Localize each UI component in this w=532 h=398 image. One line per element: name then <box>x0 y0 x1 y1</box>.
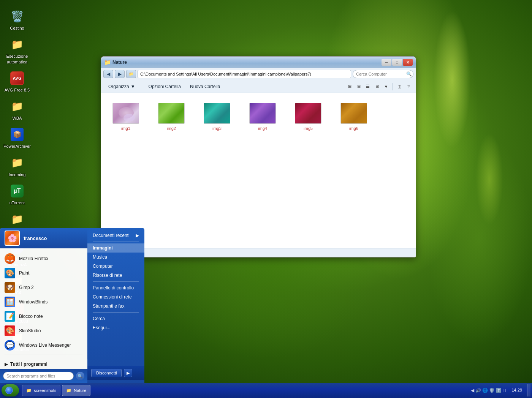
arrow-icon: ▶ <box>5 362 8 367</box>
file-name-img3: img3 <box>212 126 222 131</box>
tray-arrow-icon[interactable]: ◀ <box>471 388 474 393</box>
right-item-images[interactable]: Immagini <box>87 243 144 253</box>
file-item-img4[interactable]: img4 <box>245 101 280 133</box>
start-menu-firefox[interactable]: 🦊 Mozilla Firefox <box>0 251 87 266</box>
view-btn-3[interactable]: ☰ <box>364 82 372 91</box>
desktop-icon-wba[interactable]: 📁 WBA <box>0 96 34 124</box>
start-menu-bottom: Disconnetti ▶ <box>87 366 144 380</box>
file-item-img3[interactable]: img3 <box>200 101 234 133</box>
help-button[interactable]: ? <box>404 82 413 91</box>
search-wrapper: 🔍 <box>353 70 413 78</box>
tray-volume-icon[interactable]: 🔊 <box>475 388 481 393</box>
gimp-icon: 🐶 <box>5 282 15 293</box>
view-btn-4[interactable]: ⊞ <box>373 82 381 91</box>
right-item-search[interactable]: Cerca <box>87 314 144 323</box>
start-menu-windowblinds[interactable]: 🪟 WindowBlinds <box>0 295 87 309</box>
file-item-img1[interactable]: img1 <box>109 101 143 133</box>
start-button[interactable] <box>2 384 19 396</box>
new-folder-button[interactable]: Nuova Cartella <box>186 82 224 92</box>
disconnect-button[interactable]: Disconnetti <box>91 369 122 377</box>
nature-icon: 📁 <box>66 388 71 393</box>
right-sep-3 <box>93 312 139 313</box>
screenshots-icon: 📁 <box>26 388 32 393</box>
network-label: Risorse di rete <box>93 273 122 278</box>
right-item-network-conn[interactable]: Connessioni di rete <box>87 292 144 302</box>
apps-separator <box>5 354 82 354</box>
view-btn-dropdown[interactable]: ▼ <box>382 82 390 91</box>
right-item-music[interactable]: Musica <box>87 253 144 262</box>
search-icon[interactable]: 🔍 <box>406 71 412 77</box>
tray-icons: ◀ 🔊 🌐 🛡️ ⬆️ IT <box>471 388 508 393</box>
control-panel-label: Pannello di controllo <box>93 285 134 291</box>
start-search-input[interactable] <box>3 372 74 380</box>
start-search-button[interactable]: 🔍 <box>76 372 84 380</box>
nature-label: Nature <box>74 388 86 393</box>
right-item-documents[interactable]: Documenti recenti ▶ <box>87 231 144 240</box>
right-item-run[interactable]: Esegui... <box>87 323 144 332</box>
user-avatar: 🌸 <box>5 231 20 246</box>
forward-button[interactable]: ▶ <box>115 70 125 78</box>
utorrent-icon: µT <box>10 183 25 199</box>
view-btn-1[interactable]: ⊞ <box>345 82 354 91</box>
explorer-window: 📁 Nature ─ □ ✕ ◀ ▶ 📁 C:\Documents and Se… <box>101 56 416 257</box>
images-label: Immagini <box>93 245 113 251</box>
search-input[interactable] <box>353 70 413 78</box>
desktop-icon-utorrent[interactable]: µT uTorrent <box>0 180 34 208</box>
taskbar-item-screenshots[interactable]: 📁 screenshots <box>22 385 60 396</box>
system-clock[interactable]: 14.29 <box>509 387 524 394</box>
tray-network-icon[interactable]: 🌐 <box>482 388 488 393</box>
minimize-button[interactable]: ─ <box>382 59 391 66</box>
wba-label: WBA <box>12 115 22 121</box>
organize-arrow: ▼ <box>131 84 135 89</box>
cestino-icon: 🗑️ <box>10 9 25 24</box>
start-menu-skinstudio[interactable]: 🎨 SkinStudio <box>0 324 87 338</box>
close-button[interactable]: ✕ <box>403 59 413 66</box>
desktop-icon-powerarchiver[interactable]: 📦 PowerArchiver <box>0 124 34 152</box>
start-menu-right-panel: Documenti recenti ▶ Immagini Musica Comp… <box>87 228 144 383</box>
screenshots-label: screenshots <box>34 388 56 393</box>
start-menu-notepad[interactable]: 📝 Blocco note <box>0 309 87 324</box>
file-item-img2[interactable]: img2 <box>154 101 188 133</box>
disconnect-label: Disconnetti <box>96 371 117 375</box>
file-item-img6[interactable]: img6 <box>337 101 371 133</box>
right-item-network[interactable]: Risorse di rete <box>87 271 144 280</box>
folder-options-button[interactable]: Opzioni Cartella <box>144 82 185 92</box>
address-path[interactable]: C:\Documents and Settings\All Users\Docu… <box>138 70 351 78</box>
taskbar-item-nature[interactable]: 📁 Nature <box>62 385 90 396</box>
system-tray: ◀ 🔊 🌐 🛡️ ⬆️ IT 14.29 <box>468 387 527 394</box>
desktop-icon-avg[interactable]: AVG AVG Free 8.5 <box>0 68 34 96</box>
messenger-label: Windows Live Messenger <box>19 343 71 348</box>
start-menu-messenger[interactable]: 💬 Windows Live Messenger <box>0 338 87 352</box>
file-item-img5[interactable]: img5 <box>291 101 325 133</box>
back-button[interactable]: ◀ <box>103 70 113 78</box>
maximize-button[interactable]: □ <box>392 59 402 66</box>
organize-button[interactable]: Organizza ▼ <box>104 82 139 92</box>
right-item-control-panel[interactable]: Pannello di controllo <box>87 283 144 292</box>
esecuzione-icon: 📁 <box>10 37 25 52</box>
wba-icon: 📁 <box>10 99 25 114</box>
cestino-label: Cestino <box>10 25 24 31</box>
user-name: francesco <box>24 235 47 241</box>
title-bar: 📁 Nature ─ □ ✕ <box>101 57 416 68</box>
right-item-printers[interactable]: Stampanti e fax <box>87 302 144 311</box>
folder-options-label: Opzioni Cartella <box>149 84 181 89</box>
all-programs-button[interactable]: ▶ Tutti i programmi <box>0 359 87 369</box>
desktop-icon-cestino[interactable]: 🗑️ Cestino <box>0 6 34 34</box>
documents-arrow: ▶ <box>136 233 139 238</box>
view-btn-2[interactable]: ⊟ <box>355 82 363 91</box>
tray-update-icon[interactable]: ⬆️ <box>496 388 502 393</box>
start-menu-gimp[interactable]: 🐶 Gimp 2 <box>0 280 87 295</box>
right-item-computer[interactable]: Computer <box>87 262 144 271</box>
incoming-label: Incoming <box>9 172 26 177</box>
desktop-icon-incoming[interactable]: 📁 Incoming <box>0 152 34 180</box>
preview-button[interactable]: ◫ <box>395 82 404 91</box>
show-desktop-button[interactable] <box>527 384 530 396</box>
up-button[interactable]: 📁 <box>126 70 136 78</box>
desktop-icon-esecuzione[interactable]: 📁 Esecuzioneautomatica <box>0 34 34 68</box>
powerarchiver-icon: 📦 <box>10 127 25 142</box>
tray-security-icon[interactable]: 🛡️ <box>489 388 495 393</box>
tray-language-icon[interactable]: IT <box>503 388 508 393</box>
start-menu-paint[interactable]: 🎨 Paint <box>0 266 87 280</box>
colours-icon: 📁 <box>10 212 25 227</box>
disconnect-arrow-button[interactable]: ▶ <box>124 369 132 377</box>
